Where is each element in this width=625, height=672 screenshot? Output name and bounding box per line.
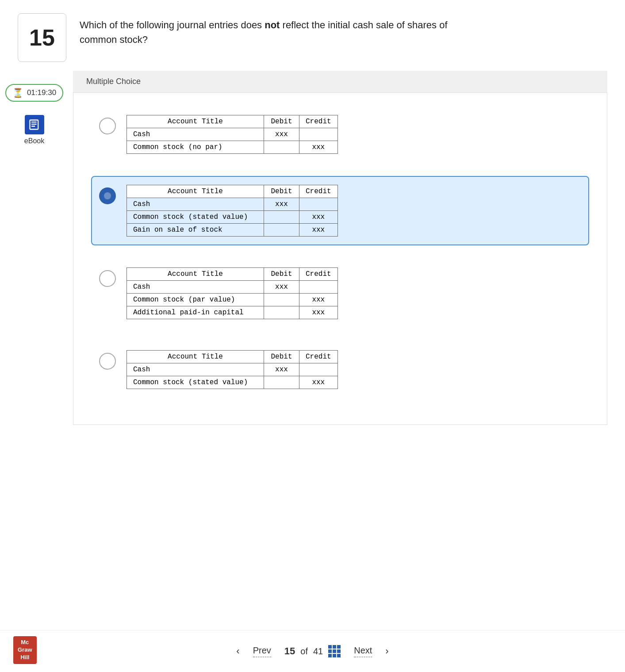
- current-page: 15: [284, 645, 295, 657]
- timer-badge: ⏳ 01:19:30: [5, 84, 63, 102]
- of-label: of: [300, 646, 308, 657]
- mcgraw-hill-logo: Mc Graw Hill: [13, 636, 37, 664]
- ebook-button[interactable]: eBook: [24, 115, 44, 145]
- prev-arrow-icon[interactable]: ‹: [236, 645, 239, 657]
- timer-icon: ⏳: [12, 88, 23, 98]
- answer-option-d[interactable]: Account Title Debit Credit Cash xxx Comm…: [91, 341, 589, 398]
- col-header-credit-b: Credit: [299, 185, 338, 198]
- question-number: 15: [18, 13, 66, 62]
- table-row: Cash xxx: [127, 198, 338, 211]
- footer-logo: Mc Graw Hill: [13, 636, 37, 664]
- radio-d[interactable]: [99, 353, 116, 370]
- question-text: Which of the following journal entries d…: [80, 13, 456, 47]
- main-content: Multiple Choice Account Title Debit Cred…: [73, 71, 607, 425]
- page-indicator: 15 of 41: [284, 645, 341, 657]
- col-header-credit-c: Credit: [299, 268, 338, 281]
- table-row: Cash xxx: [127, 363, 338, 376]
- col-header-debit-b: Debit: [264, 185, 299, 198]
- table-row: Common stock (stated value) xxx: [127, 376, 338, 389]
- radio-c[interactable]: [99, 270, 116, 287]
- col-header-credit-d: Credit: [299, 351, 338, 363]
- answer-option-b[interactable]: Account Title Debit Credit Cash xxx Comm…: [91, 176, 589, 245]
- next-button[interactable]: Next: [354, 645, 372, 657]
- answers-area: Account Title Debit Credit Cash xxx Comm…: [73, 92, 607, 425]
- next-arrow-icon[interactable]: ›: [385, 645, 388, 657]
- col-header-debit-a: Debit: [264, 115, 299, 128]
- table-row: Gain on sale of stock xxx: [127, 224, 338, 237]
- total-pages: 41: [313, 646, 323, 657]
- ebook-icon: [25, 115, 44, 134]
- journal-table-a: Account Title Debit Credit Cash xxx Comm…: [127, 115, 338, 154]
- table-row: Common stock (no par) xxx: [127, 141, 338, 154]
- table-row: Common stock (par value) xxx: [127, 294, 338, 306]
- grid-icon[interactable]: [328, 645, 341, 657]
- journal-table-b: Account Title Debit Credit Cash xxx Comm…: [127, 185, 338, 237]
- table-row: Cash xxx: [127, 128, 338, 141]
- col-header-account-d: Account Title: [127, 351, 264, 363]
- timer-label: 01:19:30: [27, 88, 56, 97]
- journal-table-d: Account Title Debit Credit Cash xxx Comm…: [127, 350, 338, 389]
- sidebar: ⏳ 01:19:30 eBook: [0, 77, 69, 145]
- col-header-debit-d: Debit: [264, 351, 299, 363]
- col-header-credit-a: Credit: [299, 115, 338, 128]
- radio-b[interactable]: [99, 187, 116, 204]
- question-header: 15 Which of the following journal entrie…: [0, 0, 625, 71]
- footer-nav: Mc Graw Hill ‹ Prev 15 of 41 Next ›: [0, 630, 625, 672]
- answer-option-a[interactable]: Account Title Debit Credit Cash xxx Comm…: [91, 106, 589, 163]
- prev-button[interactable]: Prev: [253, 645, 271, 657]
- radio-a[interactable]: [99, 118, 116, 134]
- table-row: Common stock (stated value) xxx: [127, 211, 338, 224]
- col-header-account-c: Account Title: [127, 268, 264, 281]
- table-row: Cash xxx: [127, 281, 338, 294]
- table-row: Additional paid-in capital xxx: [127, 306, 338, 319]
- col-header-debit-c: Debit: [264, 268, 299, 281]
- journal-table-c: Account Title Debit Credit Cash xxx Comm…: [127, 267, 338, 319]
- col-header-account-a: Account Title: [127, 115, 264, 128]
- question-type-bar: Multiple Choice: [73, 71, 607, 92]
- col-header-account-b: Account Title: [127, 185, 264, 198]
- answer-option-c[interactable]: Account Title Debit Credit Cash xxx Comm…: [91, 259, 589, 328]
- book-icon: [28, 118, 41, 131]
- ebook-label: eBook: [24, 137, 44, 145]
